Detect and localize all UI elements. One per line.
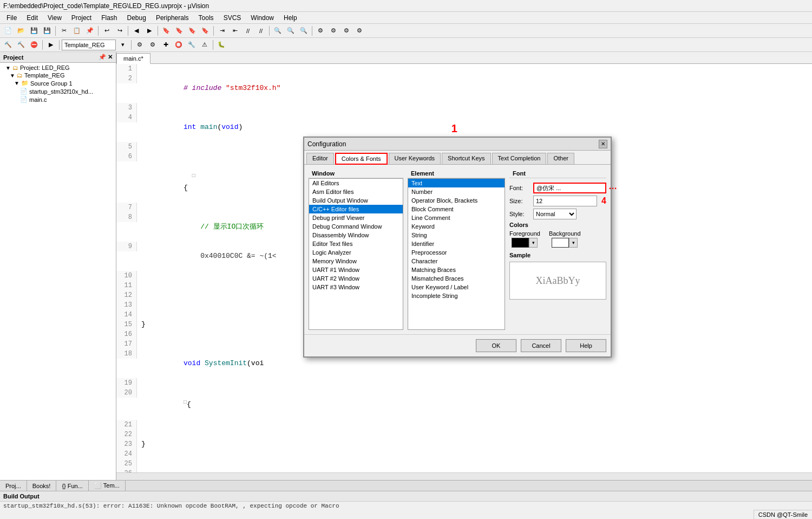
menu-project[interactable]: Project: [67, 13, 96, 23]
opts5-btn[interactable]: 🔧: [186, 39, 198, 51]
tree-main-file[interactable]: 📄 main.c: [1, 95, 115, 103]
rebuild-btn[interactable]: 🔨: [15, 39, 27, 51]
background-arrow[interactable]: ▾: [569, 238, 578, 248]
style-select[interactable]: Normal Bold Italic: [533, 209, 577, 219]
element-item-matching-braces[interactable]: Matching Braces: [408, 265, 505, 274]
misc3-btn[interactable]: ⚙: [340, 25, 352, 37]
misc4-btn[interactable]: ⚙: [353, 25, 365, 37]
tree-project-root[interactable]: ▼ 🗂 Project: LED_REG: [1, 64, 115, 72]
cfg-tab-user-keywords[interactable]: User Keywords: [389, 153, 441, 164]
misc1-btn[interactable]: ⚙: [315, 25, 326, 37]
bottom-tab-books[interactable]: Books!: [27, 481, 57, 491]
nav-fwd-btn[interactable]: ▶: [143, 25, 155, 37]
misc2-btn[interactable]: ⚙: [328, 25, 339, 37]
window-item-9[interactable]: Memory Window: [309, 257, 403, 265]
window-item-12[interactable]: UART #3 Window: [309, 283, 403, 291]
bookmark-btn[interactable]: 🔖: [160, 25, 172, 37]
target-input[interactable]: [62, 40, 116, 50]
window-item-5[interactable]: Debug Command Window: [309, 222, 403, 231]
new-file-btn[interactable]: 📄: [2, 25, 14, 37]
options-btn[interactable]: ⚙: [134, 39, 146, 51]
debug-btn[interactable]: 🐛: [215, 39, 227, 51]
bookmark2-btn[interactable]: 🔖: [173, 25, 185, 37]
opts2-btn[interactable]: ⚙: [147, 39, 159, 51]
ok-button[interactable]: OK: [476, 339, 516, 352]
element-item-text[interactable]: Text: [408, 179, 505, 187]
editor-tab-main[interactable]: main.c*: [116, 53, 150, 64]
element-item-operator[interactable]: Operator Block, Brackets: [408, 196, 505, 205]
background-swatch[interactable]: [552, 238, 569, 248]
opts4-btn[interactable]: ⭕: [173, 39, 185, 51]
menu-file[interactable]: File: [2, 13, 21, 23]
menu-help[interactable]: Help: [279, 13, 302, 23]
foreground-swatch[interactable]: [512, 238, 529, 248]
run-btn[interactable]: ▶: [45, 39, 57, 51]
comment-btn[interactable]: //: [242, 25, 254, 37]
menu-window[interactable]: Window: [246, 13, 278, 23]
cfg-tab-colors-fonts[interactable]: Colors & Fonts: [335, 153, 388, 165]
uncomment-btn[interactable]: //: [255, 25, 267, 37]
element-item-mismatched[interactable]: Mismatched Braces: [408, 274, 505, 283]
tree-startup-file[interactable]: 📄 startup_stm32f10x_hd...: [1, 87, 115, 95]
target-dropdown-btn[interactable]: ▾: [117, 39, 129, 51]
build-btn[interactable]: 🔨: [2, 39, 14, 51]
paste-btn[interactable]: 📌: [84, 25, 96, 37]
menu-tools[interactable]: Tools: [194, 13, 218, 23]
font-input[interactable]: [533, 183, 606, 193]
window-item-8[interactable]: Logic Analyzer: [309, 248, 403, 257]
project-pin-btn[interactable]: 📌: [99, 54, 106, 61]
window-item-4[interactable]: Debug printf Viewer: [309, 213, 403, 222]
help-button[interactable]: Help: [566, 339, 606, 352]
indent-btn[interactable]: ⇥: [216, 25, 228, 37]
save-btn[interactable]: 💾: [28, 25, 40, 37]
tree-template-reg[interactable]: ▼ 🗂 Template_REG: [1, 72, 115, 79]
element-item-character[interactable]: Character: [408, 257, 505, 265]
redo-btn[interactable]: ↪: [114, 25, 126, 37]
stop-btn[interactable]: ⛔: [28, 39, 40, 51]
element-item-line-comment[interactable]: Line Comment: [408, 213, 505, 222]
cancel-button[interactable]: Cancel: [521, 339, 561, 352]
window-item-3[interactable]: C/C++ Editor files: [309, 205, 403, 213]
element-item-user-keyword[interactable]: User Keyword / Label: [408, 283, 505, 291]
config-close-btn[interactable]: ✕: [599, 140, 607, 148]
find2-btn[interactable]: 🔍: [285, 25, 297, 37]
bottom-tab-templates[interactable]: ⬜ Tem...: [89, 481, 126, 491]
size-input[interactable]: [533, 196, 597, 206]
window-item-11[interactable]: UART #2 Window: [309, 274, 403, 283]
element-item-preprocessor[interactable]: Preprocessor: [408, 248, 505, 257]
save-all-btn[interactable]: 💾: [41, 25, 53, 37]
outdent-btn[interactable]: ⇤: [229, 25, 241, 37]
window-item-7[interactable]: Editor Text files: [309, 239, 403, 248]
bottom-tab-project[interactable]: Proj...: [0, 481, 27, 491]
menu-debug[interactable]: Debug: [123, 13, 150, 23]
element-item-keyword[interactable]: Keyword: [408, 222, 505, 231]
element-item-number[interactable]: Number: [408, 187, 505, 196]
undo-btn[interactable]: ↩: [101, 25, 113, 37]
project-close-btn[interactable]: ✕: [108, 54, 113, 61]
menu-peripherals[interactable]: Peripherals: [152, 13, 193, 23]
menu-svcs[interactable]: SVCS: [219, 13, 246, 23]
cfg-tab-editor[interactable]: Editor: [306, 153, 334, 164]
editor-hscroll[interactable]: [116, 472, 812, 480]
bookmark4-btn[interactable]: 🔖: [199, 25, 211, 37]
find3-btn[interactable]: 🔍: [298, 25, 310, 37]
cfg-tab-shortcut-keys[interactable]: Shortcut Keys: [442, 153, 490, 164]
element-item-incomplete[interactable]: Incomplete String: [408, 291, 505, 300]
window-item-0[interactable]: All Editors: [309, 179, 403, 187]
opts6-btn[interactable]: ⚠: [199, 39, 211, 51]
bookmark3-btn[interactable]: 🔖: [186, 25, 198, 37]
cut-btn[interactable]: ✂: [58, 25, 70, 37]
bottom-tab-functions[interactable]: {} Fun...: [56, 481, 89, 491]
element-item-string[interactable]: String: [408, 231, 505, 239]
find-btn[interactable]: 🔍: [272, 25, 284, 37]
window-item-10[interactable]: UART #1 Window: [309, 265, 403, 274]
menu-edit[interactable]: Edit: [22, 13, 42, 23]
window-item-2[interactable]: Build Output Window: [309, 196, 403, 205]
menu-flash[interactable]: Flash: [97, 13, 121, 23]
tree-source-group[interactable]: ▼ 📁 Source Group 1: [1, 79, 115, 87]
open-btn[interactable]: 📂: [15, 25, 27, 37]
cfg-tab-text-completion[interactable]: Text Completion: [492, 153, 547, 164]
copy-btn[interactable]: 📋: [71, 25, 83, 37]
menu-view[interactable]: View: [43, 13, 66, 23]
element-item-identifier[interactable]: Identifier: [408, 239, 505, 248]
